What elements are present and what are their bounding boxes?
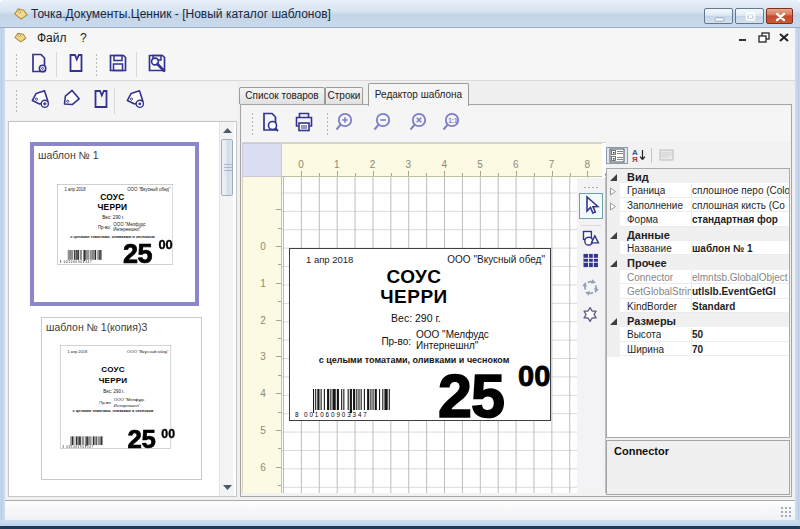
label-producer-caption: Пр-во:: [381, 336, 411, 347]
ruler-tick: [480, 171, 481, 176]
category-collapse-icon[interactable]: [610, 316, 618, 324]
zoom-in-button[interactable]: [331, 111, 356, 136]
ruler-tick: [276, 246, 281, 247]
editor-canvas[interactable]: 012345678 0123456 1 апр 2018ООО "Вкусный…: [242, 142, 606, 493]
toolbar-grip[interactable]: [95, 53, 98, 76]
rotate-tool-button[interactable]: [580, 277, 601, 298]
pointer-tool-button[interactable]: [579, 193, 603, 219]
property-value[interactable]: 50: [692, 329, 789, 340]
property-value[interactable]: Standard: [692, 301, 789, 312]
label-product-name: ЧЕРРИ: [60, 376, 165, 384]
property-row[interactable]: Connectorelmntsb.GlobalObject: [607, 270, 789, 284]
ruler-tick: [319, 173, 320, 176]
property-value[interactable]: сплошное перо (Colo: [692, 185, 789, 196]
property-value[interactable]: elmntsb.GlobalObject: [692, 272, 789, 283]
close-button[interactable]: [766, 8, 793, 24]
templates-toolbar: [5, 82, 237, 120]
property-category-row[interactable]: Вид: [607, 169, 789, 183]
property-row[interactable]: Границасплошное перо (Colo: [607, 183, 789, 198]
grid-line: [691, 198, 692, 212]
maximize-button[interactable]: [735, 8, 764, 24]
save-as-button[interactable]: [144, 52, 169, 77]
ruler-tick: [570, 173, 571, 176]
templates-scrollbar[interactable]: [219, 122, 233, 496]
property-value[interactable]: стандартная фор: [692, 214, 789, 225]
scrollbar-thumb[interactable]: [221, 139, 233, 196]
shapes-tool-button[interactable]: [580, 228, 601, 249]
barcode: [313, 389, 392, 410]
property-category-row[interactable]: Размеры: [607, 313, 789, 327]
sort-alphabetical-button[interactable]: А Я: [629, 147, 651, 164]
grid-line: [691, 299, 692, 313]
add-template-icon: [29, 87, 53, 115]
toolbar-grip[interactable]: [251, 112, 254, 136]
toolbar-grip[interactable]: [15, 89, 18, 113]
window-border-left: [1, 28, 5, 521]
property-expand-icon[interactable]: [609, 186, 617, 195]
toolbar-grip[interactable]: [15, 53, 18, 76]
zoom-cancel-button[interactable]: [405, 111, 430, 136]
mdi-minimize-button[interactable]: [735, 30, 751, 45]
template-thumbnail[interactable]: шаблон № 1(копия)3 1 апр 2018ООО "Вкусны…: [41, 317, 202, 480]
mdi-restore-button[interactable]: [756, 30, 772, 45]
open-catalog-button[interactable]: [63, 52, 88, 77]
tab-product-list[interactable]: Список товаров: [239, 87, 325, 104]
property-row[interactable]: Названиешаблон № 1: [607, 241, 789, 255]
mdi-child-icon: [12, 30, 27, 45]
mdi-close-button[interactable]: [776, 30, 792, 45]
edit-template-button[interactable]: [88, 88, 113, 113]
menu-item-help[interactable]: ?: [80, 31, 87, 45]
property-value[interactable]: шаблон № 1: [692, 243, 789, 254]
zoom-actual-button[interactable]: 1:1: [438, 111, 463, 136]
menu-item-file[interactable]: Файл: [37, 31, 67, 45]
ruler-v-number: 5: [260, 425, 266, 436]
toolbar-grip[interactable]: [326, 112, 329, 136]
categorized-button[interactable]: [606, 147, 628, 164]
template-thumbnail-selected[interactable]: шаблон № 1 1 апр 2018ООО "Вкусный обед"С…: [30, 142, 199, 306]
property-category-row[interactable]: Данные: [607, 227, 789, 241]
print-preview-icon: [258, 110, 282, 138]
property-row[interactable]: Заполнениесплошная кисть (Co: [607, 198, 789, 212]
freeform-tool-button[interactable]: [580, 304, 601, 325]
property-label: Ширина: [627, 344, 664, 355]
grid-line: [691, 183, 692, 198]
application-window: Точка.Документы.Ценник - [Новый каталог …: [0, 0, 800, 529]
tab-rows[interactable]: Строки: [325, 87, 363, 104]
property-row[interactable]: Формастандартная фор: [607, 212, 789, 227]
client-area: Файл ? шаблон № 1 1 апр 2018ООО "Вкусный…: [5, 28, 795, 521]
category-collapse-icon[interactable]: [610, 172, 618, 180]
add-template-button[interactable]: [28, 88, 53, 113]
new-catalog-button[interactable]: [26, 52, 51, 77]
scrollbar-up-button[interactable]: [220, 122, 234, 139]
property-value[interactable]: utlslb.EventGetGl: [692, 286, 789, 297]
svg-text:1:1: 1:1: [448, 116, 458, 123]
price-label[interactable]: 1 апр 2018ООО "Вкусный обед"СОУСЧЕРРИВес…: [289, 248, 551, 421]
property-row[interactable]: Ширина70: [607, 342, 789, 356]
resize-grip[interactable]: [780, 506, 792, 518]
tools-strip-grip[interactable]: [583, 186, 599, 189]
property-label: Заполнение: [627, 200, 683, 211]
print-preview-button[interactable]: [257, 111, 282, 136]
delete-template-button[interactable]: [123, 88, 148, 113]
property-row[interactable]: KindBorderStandard: [607, 299, 789, 313]
copy-template-button[interactable]: [58, 88, 83, 113]
zoom-out-button[interactable]: [369, 111, 394, 136]
tab-template-editor[interactable]: Редактор шаблона: [368, 83, 469, 106]
category-collapse-icon[interactable]: [610, 230, 618, 238]
freeform-icon: [580, 311, 601, 328]
property-category-row[interactable]: Прочее: [607, 255, 789, 270]
save-button[interactable]: [105, 52, 130, 77]
property-row[interactable]: Высота50: [607, 327, 789, 342]
category-collapse-icon[interactable]: [610, 258, 618, 266]
table-tool-button[interactable]: [580, 250, 601, 271]
print-button[interactable]: [291, 111, 316, 136]
minimize-button[interactable]: [704, 8, 733, 24]
property-row[interactable]: GetGlobalStrinutlslb.EventGetGl: [607, 284, 789, 299]
scrollbar-down-button[interactable]: [220, 479, 234, 496]
grid-line: [691, 327, 692, 342]
property-value[interactable]: 70: [692, 344, 789, 355]
property-value[interactable]: сплошная кисть (Co: [692, 200, 789, 211]
property-expand-icon[interactable]: [609, 201, 617, 210]
label-price: 25: [438, 372, 504, 421]
property-grid[interactable]: ВидГраницасплошное перо (ColoЗаполнениес…: [606, 168, 790, 438]
